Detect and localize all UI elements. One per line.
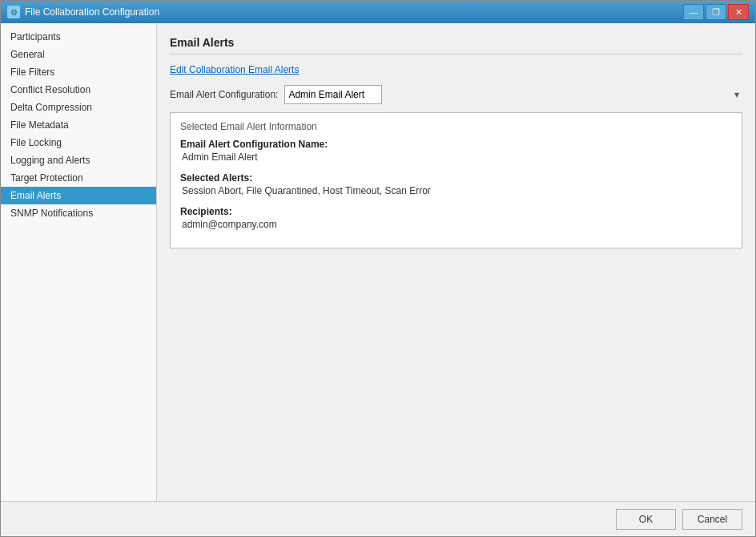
restore-button[interactable]: ❐ bbox=[706, 4, 726, 20]
sidebar: ParticipantsGeneralFile FiltersConflict … bbox=[1, 23, 157, 501]
sidebar-item-file-metadata[interactable]: File Metadata bbox=[1, 116, 156, 134]
close-button[interactable]: ✕ bbox=[728, 4, 749, 20]
config-name-label: Email Alert Configuration Name: bbox=[180, 139, 732, 150]
main-panel: Email Alerts Edit Collaboration Email Al… bbox=[157, 23, 755, 501]
recipients-value: admin@company.com bbox=[180, 219, 732, 230]
selected-alerts-value: Session Abort, File Quarantined, Host Ti… bbox=[180, 185, 732, 196]
sidebar-item-general[interactable]: General bbox=[1, 46, 156, 63]
edit-collaboration-link[interactable]: Edit Collaboration Email Alerts bbox=[170, 64, 299, 75]
sidebar-item-target-protection[interactable]: Target Protection bbox=[1, 169, 156, 187]
config-row: Email Alert Configuration: Admin Email A… bbox=[170, 85, 742, 104]
minimize-button[interactable]: — bbox=[683, 4, 704, 20]
recipients-field: Recipients: admin@company.com bbox=[180, 206, 732, 230]
config-name-field: Email Alert Configuration Name: Admin Em… bbox=[180, 139, 732, 163]
config-name-value: Admin Email Alert bbox=[180, 151, 732, 163]
window-body: ParticipantsGeneralFile FiltersConflict … bbox=[1, 23, 755, 536]
sidebar-item-email-alerts[interactable]: Email Alerts bbox=[1, 187, 156, 204]
sidebar-item-delta-compression[interactable]: Delta Compression bbox=[1, 99, 156, 116]
info-section: Selected Email Alert Information Email A… bbox=[170, 112, 742, 248]
sidebar-item-participants[interactable]: Participants bbox=[1, 28, 156, 46]
sidebar-item-snmp-notifications[interactable]: SNMP Notifications bbox=[1, 204, 156, 222]
sidebar-item-file-locking[interactable]: File Locking bbox=[1, 134, 156, 151]
panel-title: Email Alerts bbox=[170, 36, 742, 55]
window-title: File Collaboration Configuration bbox=[25, 6, 159, 18]
window-controls: — ❐ ✕ bbox=[683, 4, 749, 20]
sidebar-item-file-filters[interactable]: File Filters bbox=[1, 63, 156, 81]
info-header: Selected Email Alert Information bbox=[180, 121, 732, 132]
config-select[interactable]: Admin Email Alert bbox=[284, 85, 382, 104]
title-bar: ⚙ File Collaboration Configuration — ❐ ✕ bbox=[1, 1, 755, 23]
recipients-label: Recipients: bbox=[180, 206, 732, 217]
select-wrapper: Admin Email Alert bbox=[284, 85, 742, 104]
sidebar-item-conflict-resolution[interactable]: Conflict Resolution bbox=[1, 81, 156, 99]
title-bar-left: ⚙ File Collaboration Configuration bbox=[7, 6, 159, 18]
cancel-button[interactable]: Cancel bbox=[682, 509, 742, 530]
footer: OK Cancel bbox=[1, 501, 755, 536]
app-icon: ⚙ bbox=[7, 6, 20, 18]
selected-alerts-label: Selected Alerts: bbox=[180, 172, 732, 184]
config-label: Email Alert Configuration: bbox=[170, 89, 278, 100]
content-area: ParticipantsGeneralFile FiltersConflict … bbox=[1, 23, 755, 501]
sidebar-item-logging-alerts[interactable]: Logging and Alerts bbox=[1, 151, 156, 169]
main-window: ⚙ File Collaboration Configuration — ❐ ✕… bbox=[0, 0, 756, 537]
selected-alerts-field: Selected Alerts: Session Abort, File Qua… bbox=[180, 172, 732, 196]
ok-button[interactable]: OK bbox=[616, 509, 676, 530]
